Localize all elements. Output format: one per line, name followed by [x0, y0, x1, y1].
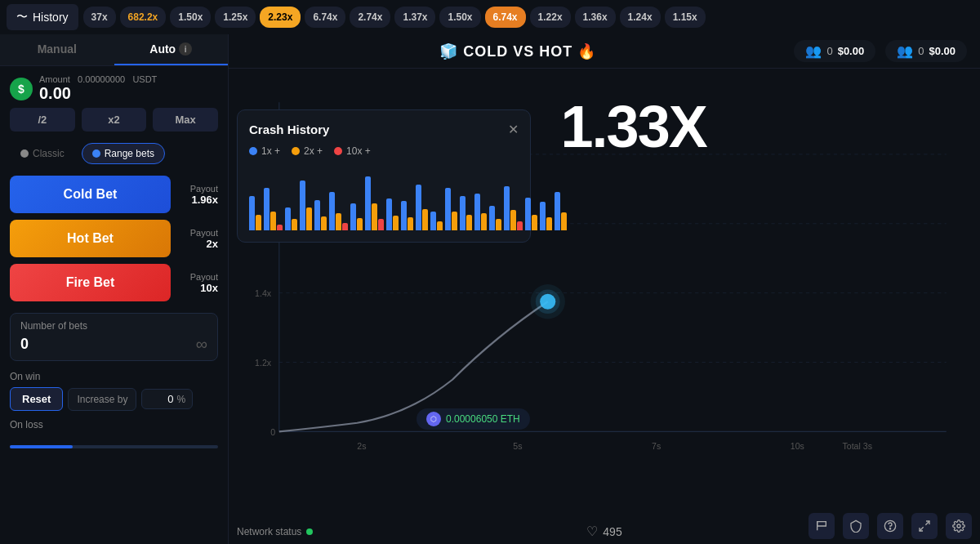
- bar: [306, 207, 312, 230]
- bar-group: [540, 202, 552, 230]
- multiplier-pill[interactable]: 1.50x: [170, 7, 211, 28]
- top-bar: 〜 History 37x682.2x1.50x1.25x2.23x6.74x2…: [0, 0, 980, 34]
- likes-bar: ♡ 495: [586, 524, 621, 539]
- percent-input[interactable]: [149, 393, 173, 405]
- bar: [372, 203, 377, 230]
- network-status: Network status: [237, 526, 313, 537]
- multiplier-pill[interactable]: 1.22x: [530, 7, 571, 28]
- bar: [452, 212, 457, 230]
- bar: [342, 223, 348, 230]
- bar: [285, 207, 291, 230]
- flag-button[interactable]: [808, 513, 835, 539]
- fire-bet-button[interactable]: Fire Bet: [10, 264, 171, 301]
- bar: [466, 215, 472, 230]
- bar: [445, 188, 451, 230]
- bar-group: [430, 212, 443, 230]
- cold-bet-row: Cold Bet Payout 1.96x: [10, 176, 218, 213]
- bar-group: [525, 198, 537, 230]
- cold-side-icon: 👥: [805, 43, 822, 59]
- bar: [292, 219, 297, 230]
- svg-text:5s: 5s: [513, 441, 522, 451]
- chart-bars: [249, 165, 519, 230]
- on-loss-bar: [10, 445, 218, 448]
- bar-group: [350, 203, 363, 230]
- info-icon[interactable]: i: [179, 42, 192, 56]
- main-content: Manual Auto i $ Amount 0.00000000 U: [0, 34, 980, 544]
- expand-button[interactable]: [911, 513, 938, 539]
- multiplier-display: 1.33X: [561, 93, 706, 160]
- on-loss-section: On loss: [0, 414, 228, 439]
- amount-value: 0.00: [39, 84, 157, 103]
- svg-point-24: [957, 524, 960, 528]
- legend-dot: [249, 147, 257, 155]
- classic-mode-button[interactable]: Classic: [10, 143, 75, 164]
- double-button[interactable]: x2: [82, 108, 147, 132]
- bets-row: 0 ∞: [20, 335, 207, 354]
- multiplier-pill[interactable]: 1.36x: [575, 7, 616, 28]
- svg-line-23: [920, 527, 924, 531]
- hot-payout-info: Payout 2x: [177, 228, 218, 250]
- range-bets-mode-button[interactable]: Range bets: [82, 143, 165, 164]
- multiplier-pill[interactable]: 1.25x: [215, 7, 256, 28]
- bet-tabs: Manual Auto i: [0, 34, 228, 66]
- eth-bubble: ⬡ 0.00006050 ETH: [416, 408, 530, 430]
- bar: [365, 176, 371, 230]
- bar: [357, 218, 363, 230]
- amount-row: $ Amount 0.00000000 USDT 0.00: [10, 74, 218, 103]
- bets-section: Number of bets 0 ∞: [0, 308, 228, 366]
- multiplier-pill[interactable]: 1.15x: [665, 7, 706, 28]
- reset-button[interactable]: Reset: [10, 387, 63, 411]
- bar: [350, 203, 356, 230]
- legend-dot: [334, 147, 342, 155]
- usdt-icon: $: [10, 78, 33, 100]
- multiplier-pill[interactable]: 6.74x: [485, 7, 526, 28]
- svg-point-21: [889, 528, 890, 529]
- on-loss-bar-fill: [10, 445, 73, 448]
- history-tab[interactable]: 〜 History: [7, 4, 78, 30]
- bar: [474, 194, 480, 230]
- bar: [504, 186, 510, 230]
- bar-group: [416, 185, 428, 230]
- tab-auto[interactable]: Auto i: [114, 34, 229, 65]
- cold-payout-info: Payout 1.96x: [177, 184, 218, 206]
- legend-item: 2x +: [292, 145, 323, 157]
- infinity-icon[interactable]: ∞: [196, 335, 207, 354]
- multiplier-pill[interactable]: 1.50x: [439, 7, 480, 28]
- bar-group: [386, 198, 399, 230]
- multiplier-pill[interactable]: 682.2x: [120, 7, 167, 28]
- hot-bet-button[interactable]: Hot Bet: [10, 220, 171, 257]
- cold-bet-button[interactable]: Cold Bet: [10, 176, 171, 213]
- on-win-section: On win Reset Increase by %: [0, 366, 228, 414]
- multiplier-pill[interactable]: 6.74x: [305, 7, 345, 28]
- bar: [277, 225, 283, 231]
- bar: [386, 198, 392, 230]
- help-button[interactable]: [877, 513, 903, 539]
- bar: [416, 185, 421, 230]
- fire-payout-info: Payout 10x: [177, 272, 218, 294]
- close-history-button[interactable]: ✕: [508, 122, 519, 137]
- bar-group: [285, 207, 297, 230]
- multiplier-pill[interactable]: 1.24x: [620, 7, 661, 28]
- bar: [329, 192, 335, 230]
- bar: [561, 212, 567, 230]
- bar-group: [300, 181, 312, 230]
- bet-buttons: Cold Bet Payout 1.96x Hot Bet Payout 2x …: [0, 169, 228, 308]
- amount-section: $ Amount 0.00000000 USDT 0.00 /2 x2 Max: [0, 66, 228, 138]
- amount-buttons: /2 x2 Max: [10, 108, 218, 132]
- settings-button[interactable]: [946, 513, 972, 539]
- bar-group: [555, 192, 567, 230]
- heart-icon[interactable]: ♡: [586, 524, 598, 539]
- tab-manual[interactable]: Manual: [0, 34, 114, 65]
- svg-text:0: 0: [270, 427, 275, 437]
- bar-group: [314, 200, 327, 231]
- multiplier-pill[interactable]: 1.37x: [394, 7, 435, 28]
- max-button[interactable]: Max: [153, 108, 218, 132]
- multiplier-pill[interactable]: 2.74x: [350, 7, 390, 28]
- half-button[interactable]: /2: [10, 108, 75, 132]
- shield-button[interactable]: [843, 513, 869, 539]
- multiplier-pill[interactable]: 2.23x: [260, 7, 301, 28]
- mode-toggle: Classic Range bets: [0, 138, 228, 169]
- multiplier-pill[interactable]: 37x: [83, 7, 116, 28]
- legend: 1x +2x +10x +: [249, 145, 519, 157]
- increase-by-button[interactable]: Increase by: [68, 388, 136, 411]
